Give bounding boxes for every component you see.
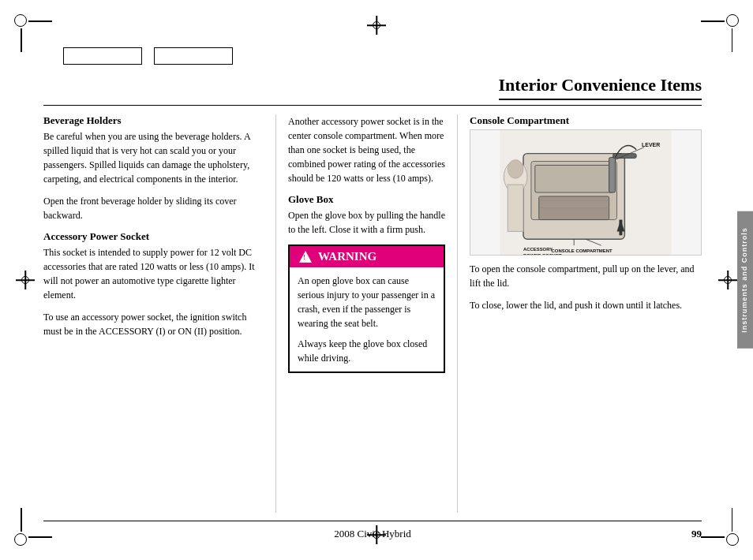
page: Interior Convenience Items Beverage Hold… xyxy=(0,0,753,560)
reg-mark-br xyxy=(723,530,739,546)
crosshair-right xyxy=(718,271,737,289)
title-rule xyxy=(43,105,702,106)
reg-mark-tr xyxy=(723,14,739,30)
svg-rect-12 xyxy=(508,185,523,231)
reg-mark-bl xyxy=(14,530,30,546)
warning-header: ! WARNING xyxy=(290,246,444,267)
warning-triangle-icon: ! xyxy=(299,251,312,263)
crosshair-left xyxy=(16,271,35,289)
glove-box-text: Open the glove box by pulling the handle… xyxy=(288,208,445,237)
svg-text:POWER SOCKET: POWER SOCKET xyxy=(523,253,562,255)
svg-rect-4 xyxy=(609,158,616,192)
page-title: Interior Convenience Items xyxy=(499,75,702,100)
reg-mark-tl xyxy=(14,14,30,30)
warning-text1: An open glove box can cause serious inju… xyxy=(298,274,436,330)
tab-right xyxy=(154,47,233,65)
console-illustration: LEVER ACCESSORY POWER SOCKET CONSOLE COM… xyxy=(470,130,701,255)
page-number: 99 xyxy=(691,528,702,540)
accessory-power-socket-text2: To use an accessory power socket, the ig… xyxy=(43,310,264,338)
svg-text:CONSOLE COMPARTMENT: CONSOLE COMPARTMENT xyxy=(552,248,613,253)
beverage-holders-text2: Open the front beverage holder by slidin… xyxy=(43,194,264,222)
console-text2: To close, lower the lid, and push it dow… xyxy=(470,298,702,312)
warning-text2: Always keep the glove box closed while d… xyxy=(298,337,436,365)
svg-text:ACCESSORY: ACCESSORY xyxy=(523,247,553,252)
beverage-holders-text1: Be careful when you are using the bevera… xyxy=(43,129,264,186)
crosshair-top xyxy=(367,16,386,35)
svg-rect-3 xyxy=(535,165,613,192)
glove-box-title: Glove Box xyxy=(288,193,445,206)
accessory-power-socket-text1: This socket is intended to supply power … xyxy=(43,245,264,302)
content-area: Beverage Holders Be careful when you are… xyxy=(43,114,702,513)
tab-left xyxy=(63,47,142,65)
svg-rect-7 xyxy=(619,220,622,236)
svg-text:LEVER: LEVER xyxy=(642,142,660,147)
middle-intro-text: Another accessory power socket is in the… xyxy=(288,114,445,185)
left-column: Beverage Holders Be careful when you are… xyxy=(43,114,276,513)
console-compartment-title: Console Compartment xyxy=(470,114,702,127)
top-tabs xyxy=(63,47,233,65)
sidebar-tab: Instruments and Controls xyxy=(737,211,753,349)
middle-column: Another accessory power socket is in the… xyxy=(276,114,458,513)
page-footer: 2008 Civic Hybrid 99 xyxy=(43,521,702,540)
warning-label: WARNING xyxy=(318,250,376,263)
svg-point-13 xyxy=(508,160,523,179)
console-compartment-image: LEVER ACCESSORY POWER SOCKET CONSOLE COM… xyxy=(470,129,702,256)
console-text1: To open the console compartment, pull up… xyxy=(470,262,702,290)
warning-body: An open glove box can cause serious inju… xyxy=(290,267,444,371)
footer-text: 2008 Civic Hybrid xyxy=(43,528,702,540)
warning-box: ! WARNING An open glove box can cause se… xyxy=(288,245,445,373)
accessory-power-socket-title: Accessory Power Socket xyxy=(43,230,264,243)
beverage-holders-title: Beverage Holders xyxy=(43,114,264,127)
right-column: Console Compartment xyxy=(458,114,702,513)
